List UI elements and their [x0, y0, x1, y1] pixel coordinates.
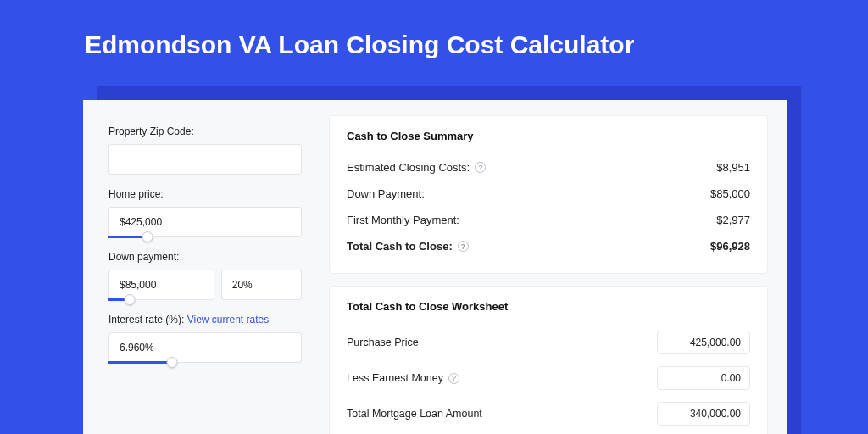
worksheet-row: Total Mortgage Loan Amount340,000.00 [347, 396, 750, 431]
zip-label: Property Zip Code: [108, 125, 302, 137]
summary-row-label: Down Payment: [347, 187, 425, 200]
down-payment-pct-input[interactable] [221, 270, 302, 300]
zip-input[interactable] [108, 144, 302, 175]
page-title: Edmondson VA Loan Closing Cost Calculato… [0, 0, 868, 78]
interest-field-group: Interest rate (%): View current rates [108, 314, 302, 363]
summary-row-value: $8,951 [716, 161, 750, 174]
summary-row-value: $85,000 [710, 187, 750, 200]
inputs-panel: Property Zip Code: Home price: Down paym… [83, 100, 320, 434]
home-price-slider[interactable] [108, 207, 302, 237]
worksheet-row-label: Purchase Price [347, 337, 419, 348]
down-payment-slider[interactable] [108, 270, 214, 300]
home-price-slider-thumb[interactable] [142, 231, 153, 242]
summary-row-label: Estimated Closing Costs: [347, 161, 470, 174]
down-payment-slider-thumb[interactable] [124, 294, 135, 305]
summary-card: Cash to Close Summary Estimated Closing … [329, 115, 768, 274]
calculator-panel: Property Zip Code: Home price: Down paym… [83, 100, 787, 434]
results-panel: Cash to Close Summary Estimated Closing … [320, 100, 787, 434]
summary-total-value: $96,928 [710, 240, 750, 253]
worksheet-row-label: Total Mortgage Loan Amount [347, 408, 482, 420]
worksheet-row-value[interactable]: 425,000.00 [657, 331, 750, 354]
summary-total-row: Total Cash to Close: $96,928 [347, 233, 750, 259]
home-price-input[interactable] [108, 207, 302, 237]
help-icon[interactable] [458, 241, 469, 252]
zip-field-group: Property Zip Code: [108, 125, 302, 175]
worksheet-heading: Total Cash to Close Worksheet [347, 300, 750, 313]
home-price-label: Home price: [108, 188, 302, 200]
view-rates-link[interactable]: View current rates [187, 314, 270, 326]
summary-row: First Monthly Payment:$2,977 [347, 207, 750, 233]
help-icon[interactable] [448, 373, 459, 384]
summary-row-value: $2,977 [716, 214, 750, 226]
down-payment-field-group: Down payment: [108, 251, 302, 300]
help-icon[interactable] [475, 162, 486, 173]
worksheet-row-label: Less Earnest Money [347, 372, 443, 384]
worksheet-row-value[interactable]: 340,000.00 [657, 402, 750, 426]
interest-input[interactable] [108, 332, 302, 363]
summary-row: Estimated Closing Costs:$8,951 [347, 154, 750, 181]
down-payment-label: Down payment: [108, 251, 302, 263]
interest-slider-track [108, 361, 172, 364]
summary-row-label: First Monthly Payment: [347, 214, 459, 226]
home-price-field-group: Home price: [108, 188, 302, 237]
worksheet-row: Less Earnest Money0.00 [347, 360, 750, 396]
interest-slider[interactable] [108, 332, 302, 363]
interest-label: Interest rate (%): View current rates [108, 314, 302, 326]
interest-label-text: Interest rate (%): [108, 314, 187, 326]
summary-heading: Cash to Close Summary [347, 130, 750, 142]
worksheet-row: Purchase Price425,000.00 [347, 325, 750, 360]
down-payment-input[interactable] [108, 270, 214, 300]
summary-row: Down Payment:$85,000 [347, 181, 750, 207]
summary-total-label: Total Cash to Close: [347, 240, 453, 253]
worksheet-row-value[interactable]: 0.00 [657, 366, 750, 390]
worksheet-card: Total Cash to Close Worksheet Purchase P… [329, 286, 768, 434]
interest-slider-thumb[interactable] [167, 357, 178, 368]
